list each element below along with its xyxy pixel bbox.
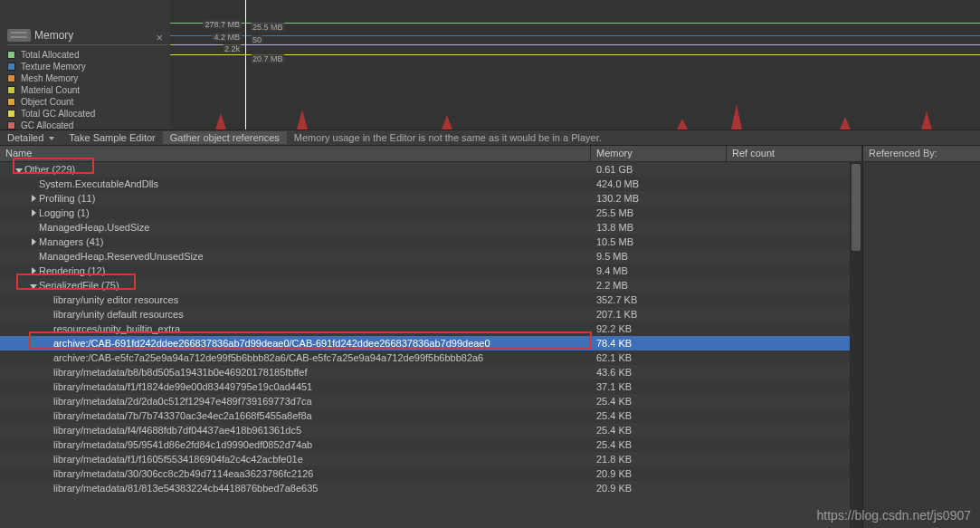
row-label: library/metadata/30/306cc8c2b49d7114eaa3… (53, 468, 313, 479)
table-row[interactable]: SerializedFile (75)2.2 MB (0, 278, 862, 293)
row-label: SerializedFile (75) (39, 280, 119, 291)
legend-item[interactable]: Mesh Memory (7, 72, 168, 84)
chart-series-line (170, 23, 980, 24)
expander-icon[interactable] (29, 236, 38, 247)
legend-color-icon (7, 121, 15, 130)
row-label: library/metadata/2d/2da0c512f12947e489f7… (53, 396, 312, 407)
expander-icon[interactable] (14, 164, 24, 175)
row-label: Managers (41) (39, 236, 104, 247)
table-row[interactable]: library/unity editor resources352.7 KB (0, 293, 862, 307)
row-memory: 21.8 KB (591, 454, 727, 465)
expander-icon[interactable] (29, 193, 38, 204)
legend-label: Texture Memory (21, 62, 86, 72)
row-label: library/metadata/7b/7b743370ac3e4ec2a166… (53, 410, 312, 421)
row-memory: 92.2 KB (591, 323, 727, 334)
chart-spike (921, 111, 932, 130)
col-memory[interactable]: Memory (591, 146, 727, 161)
row-memory: 78.4 KB (591, 338, 727, 349)
legend-item[interactable]: Total Allocated (7, 49, 168, 61)
table-row[interactable]: ManagedHeap.UsedSize13.8 MB (0, 220, 862, 235)
row-label: library/unity editor resources (53, 294, 178, 305)
legend: Total AllocatedTexture MemoryMesh Memory… (7, 49, 168, 131)
gather-refs-button[interactable]: Gather object references (163, 131, 287, 144)
row-memory: 20.9 KB (591, 468, 727, 479)
row-memory: 130.2 MB (591, 193, 727, 204)
col-name[interactable]: Name (0, 146, 591, 161)
table-row[interactable]: archive:/CAB-e5fc7a25e9a94a712de99f5b6bb… (0, 350, 862, 365)
legend-item[interactable]: GC Allocated (7, 120, 168, 131)
legend-label: Total Allocated (21, 50, 80, 60)
table-row[interactable]: library/metadata/2d/2da0c512f12947e489f7… (0, 394, 862, 408)
expander-icon[interactable] (29, 265, 38, 276)
row-memory: 13.8 MB (591, 222, 727, 233)
row-memory: 37.1 KB (591, 381, 727, 392)
row-label: library/metadata/95/9541d86e2fd84c1d9990… (53, 439, 312, 450)
legend-item[interactable]: Texture Memory (7, 61, 168, 72)
table-row[interactable]: library/metadata/b8/b8d505a19431b0e46920… (0, 365, 862, 379)
table-row[interactable]: Other (229)0.61 GB (0, 162, 862, 177)
tree-body[interactable]: Other (229)0.61 GBSystem.ExecutableAndDl… (0, 162, 862, 528)
table-row[interactable]: library/metadata/7b/7b743370ac3e4ec2a166… (0, 408, 862, 423)
scrollbar[interactable] (850, 162, 862, 528)
row-label: library/metadata/f1/f1605f5534186904fa2c… (53, 454, 303, 465)
mode-dropdown[interactable]: Detailed (0, 131, 62, 144)
legend-label: Mesh Memory (21, 73, 78, 83)
table-row[interactable]: library/metadata/95/9541d86e2fd84c1d9990… (0, 437, 862, 452)
legend-item[interactable]: Material Count (7, 84, 168, 96)
table-row[interactable]: System.ExecutableAndDlls424.0 MB (0, 177, 862, 191)
table-row[interactable]: library/metadata/f1/f1824de99e00d8344979… (0, 379, 862, 394)
legend-item[interactable]: Object Count (7, 96, 168, 108)
memory-chart[interactable]: 278.7 MB4.2 MB2.2k25.5 MB5020.7 MB (170, 0, 980, 130)
scroll-thumb[interactable] (852, 164, 861, 251)
table-row[interactable]: library/unity default resources207.1 KB (0, 307, 862, 322)
row-memory: 25.4 KB (591, 410, 727, 421)
legend-label: Object Count (21, 97, 73, 107)
row-memory: 10.5 MB (591, 236, 727, 247)
row-memory: 207.1 KB (591, 309, 727, 320)
row-label: resources/unity_builtin_extra (53, 323, 180, 334)
table-row[interactable]: Logging (1)25.5 MB (0, 206, 862, 220)
toolbar-info: Memory usage in the Editor is not the sa… (287, 131, 609, 144)
chart-value-label: 278.7 MB (203, 20, 242, 29)
close-icon[interactable]: × (156, 31, 163, 44)
table-row[interactable]: archive:/CAB-691fd242ddee266837836ab7d99… (0, 336, 862, 350)
tree-header: Name Memory Ref count (0, 146, 862, 162)
expander-icon[interactable] (29, 207, 38, 218)
expander-icon[interactable] (29, 280, 38, 291)
table-row[interactable]: library/metadata/f1/f1605f5534186904fa2c… (0, 452, 862, 466)
row-memory: 352.7 KB (591, 294, 727, 305)
legend-color-icon (7, 86, 15, 94)
chart-cursor[interactable] (245, 0, 246, 130)
chart-series-line (170, 44, 980, 45)
table-row[interactable]: library/metadata/81/813e54383224cb441887… (0, 481, 862, 495)
row-memory: 2.2 MB (591, 280, 727, 291)
table-row[interactable]: ManagedHeap.ReservedUnusedSize9.5 MB (0, 249, 862, 264)
table-row[interactable]: Profiling (11)130.2 MB (0, 191, 862, 206)
row-label: Profiling (11) (39, 193, 95, 204)
referenced-by-header: Referenced By: (863, 146, 980, 162)
take-sample-button[interactable]: Take Sample Editor (62, 131, 162, 144)
legend-label: Material Count (21, 85, 80, 95)
row-memory: 0.61 GB (591, 164, 727, 175)
row-label: library/unity default resources (53, 309, 184, 320)
row-label: ManagedHeap.ReservedUnusedSize (39, 251, 204, 262)
chart-value-label: 50 (251, 35, 263, 44)
legend-color-icon (7, 51, 15, 59)
row-memory: 25.4 KB (591, 396, 727, 407)
row-memory: 25.5 MB (591, 207, 727, 218)
col-ref[interactable]: Ref count (727, 146, 862, 161)
row-memory: 9.5 MB (591, 251, 727, 262)
toolbar: Detailed Take Sample Editor Gather objec… (0, 130, 980, 146)
legend-color-icon (7, 98, 15, 106)
legend-item[interactable]: Total GC Allocated (7, 108, 168, 120)
row-memory: 9.4 MB (591, 265, 727, 276)
table-row[interactable]: resources/unity_builtin_extra92.2 KB (0, 322, 862, 336)
chart-spike (215, 113, 226, 130)
row-memory: 43.6 KB (591, 367, 727, 378)
table-row[interactable]: library/metadata/f4/f4688fdb7df04437ae41… (0, 423, 862, 437)
table-row[interactable]: library/metadata/30/306cc8c2b49d7114eaa3… (0, 466, 862, 481)
table-row[interactable]: Rendering (12)9.4 MB (0, 264, 862, 278)
row-label: library/metadata/f4/f4688fdb7df04437ae41… (53, 425, 301, 436)
row-memory: 25.4 KB (591, 425, 727, 436)
table-row[interactable]: Managers (41)10.5 MB (0, 235, 862, 249)
